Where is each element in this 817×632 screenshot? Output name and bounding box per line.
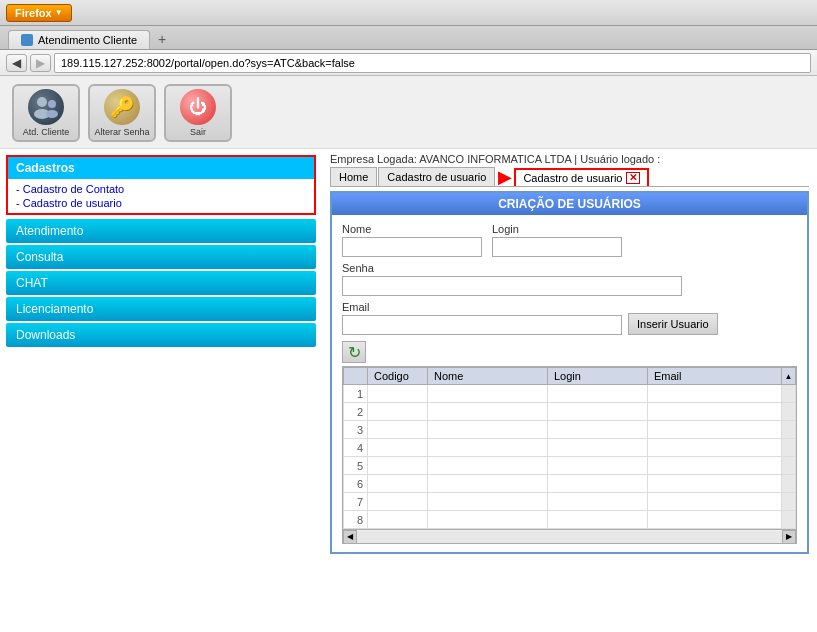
cell-email xyxy=(648,493,782,511)
login-input[interactable] xyxy=(492,237,622,257)
cell-nome xyxy=(428,475,548,493)
table-row: 5 xyxy=(344,457,796,475)
cadastro-contato-link[interactable]: - Cadastro de Contato xyxy=(16,182,306,196)
hscroll-right-button[interactable]: ▶ xyxy=(782,530,796,544)
cell-codigo xyxy=(368,439,428,457)
key-icon: 🔑 xyxy=(104,89,140,125)
cell-codigo xyxy=(368,403,428,421)
hscroll-left-button[interactable]: ◀ xyxy=(343,530,357,544)
inserir-usuario-button[interactable]: Inserir Usuario xyxy=(628,313,718,335)
cell-email xyxy=(648,439,782,457)
email-label: Email xyxy=(342,301,622,313)
col-nome: Nome xyxy=(428,368,548,385)
sair-button[interactable]: ⏻ Sair xyxy=(164,84,232,142)
table-row: 4 xyxy=(344,439,796,457)
cell-scroll xyxy=(782,439,796,457)
col-codigo: Codigo xyxy=(368,368,428,385)
back-button[interactable]: ◀ xyxy=(6,54,27,72)
table-row: 8 xyxy=(344,511,796,529)
cell-codigo xyxy=(368,385,428,403)
tab-site-icon xyxy=(21,34,33,46)
cell-codigo xyxy=(368,457,428,475)
hscroll-track xyxy=(357,531,782,543)
col-login: Login xyxy=(548,368,648,385)
cell-nome xyxy=(428,511,548,529)
svg-point-3 xyxy=(46,110,58,118)
col-scroll-placeholder: ▲ xyxy=(782,368,796,385)
data-table-wrapper: Codigo Nome Login Email ▲ 1 xyxy=(342,366,797,544)
firefox-button[interactable]: Firefox ▼ xyxy=(6,4,72,22)
row-num: 7 xyxy=(344,493,368,511)
cadastros-header[interactable]: Cadastros xyxy=(8,157,314,179)
cell-email xyxy=(648,385,782,403)
hscroll-bar[interactable]: ◀ ▶ xyxy=(343,529,796,543)
cell-nome xyxy=(428,403,548,421)
cell-nome xyxy=(428,421,548,439)
firefox-label: Firefox xyxy=(15,7,52,19)
nome-group: Nome xyxy=(342,223,482,257)
cell-codigo xyxy=(368,511,428,529)
senha-input[interactable] xyxy=(342,276,682,296)
power-icon: ⏻ xyxy=(180,89,216,125)
cadastros-items: - Cadastro de Contato - Cadastro de usua… xyxy=(8,179,314,213)
cell-login xyxy=(548,403,648,421)
atd-cliente-button[interactable]: Atd. Cliente xyxy=(12,84,80,142)
cell-login xyxy=(548,457,648,475)
cell-scroll xyxy=(782,385,796,403)
cell-scroll xyxy=(782,421,796,439)
svg-point-0 xyxy=(37,97,47,107)
cell-codigo xyxy=(368,421,428,439)
cell-scroll xyxy=(782,511,796,529)
nome-label: Nome xyxy=(342,223,482,235)
tab-cadastro-1[interactable]: Cadastro de usuario xyxy=(378,167,495,186)
cadastros-label: Cadastros xyxy=(16,161,75,175)
sidebar-item-consulta[interactable]: Consulta xyxy=(6,245,316,269)
tab-home[interactable]: Home xyxy=(330,167,377,186)
row-num: 5 xyxy=(344,457,368,475)
cell-codigo xyxy=(368,475,428,493)
table-row: 3 xyxy=(344,421,796,439)
sair-label: Sair xyxy=(190,127,206,137)
email-input[interactable] xyxy=(342,315,622,335)
senha-label: Senha xyxy=(342,262,797,274)
cell-login xyxy=(548,475,648,493)
sidebar-item-chat[interactable]: CHAT xyxy=(6,271,316,295)
tab-close-icon[interactable]: ✕ xyxy=(626,172,640,184)
forward-button[interactable]: ▶ xyxy=(30,54,51,72)
nome-input[interactable] xyxy=(342,237,482,257)
sidebar-item-atendimento[interactable]: Atendimento xyxy=(6,219,316,243)
cell-email xyxy=(648,475,782,493)
tab-arrow-icon: ▶ xyxy=(498,168,512,186)
table-row: 6 xyxy=(344,475,796,493)
firefox-dropdown-icon: ▼ xyxy=(55,8,63,17)
table-row: 7 xyxy=(344,493,796,511)
cell-login xyxy=(548,385,648,403)
col-email: Email xyxy=(648,368,782,385)
tab-title: Atendimento Cliente xyxy=(38,34,137,46)
refresh-button[interactable]: ↻ xyxy=(342,341,366,363)
row-num: 4 xyxy=(344,439,368,457)
atd-icon xyxy=(28,89,64,125)
sidebar-item-downloads[interactable]: Downloads xyxy=(6,323,316,347)
main-tab[interactable]: Atendimento Cliente xyxy=(8,30,150,49)
row-num: 8 xyxy=(344,511,368,529)
empresa-info: Empresa Logada: AVANCO INFORMATICA LTDA … xyxy=(330,149,809,167)
new-tab-button[interactable]: + xyxy=(150,29,174,49)
cell-scroll xyxy=(782,475,796,493)
cell-scroll xyxy=(782,403,796,421)
sidebar-item-licenciamento[interactable]: Licenciamento xyxy=(6,297,316,321)
login-label: Login xyxy=(492,223,622,235)
row-num: 1 xyxy=(344,385,368,403)
cell-nome xyxy=(428,457,548,475)
atd-label: Atd. Cliente xyxy=(23,127,70,137)
table-row: 1 xyxy=(344,385,796,403)
cadastro-usuario-link[interactable]: - Cadastro de usuario xyxy=(16,196,306,210)
alterar-senha-button[interactable]: 🔑 Alterar Senha xyxy=(88,84,156,142)
address-bar[interactable] xyxy=(54,53,811,73)
form-panel: CRIAÇÃO DE USUÁRIOS Nome Login xyxy=(330,191,809,554)
cell-scroll xyxy=(782,457,796,475)
data-table: Codigo Nome Login Email ▲ 1 xyxy=(343,367,796,529)
tab-cadastro-2-active[interactable]: Cadastro de usuario ✕ xyxy=(514,168,649,186)
cell-nome xyxy=(428,439,548,457)
cell-email xyxy=(648,421,782,439)
